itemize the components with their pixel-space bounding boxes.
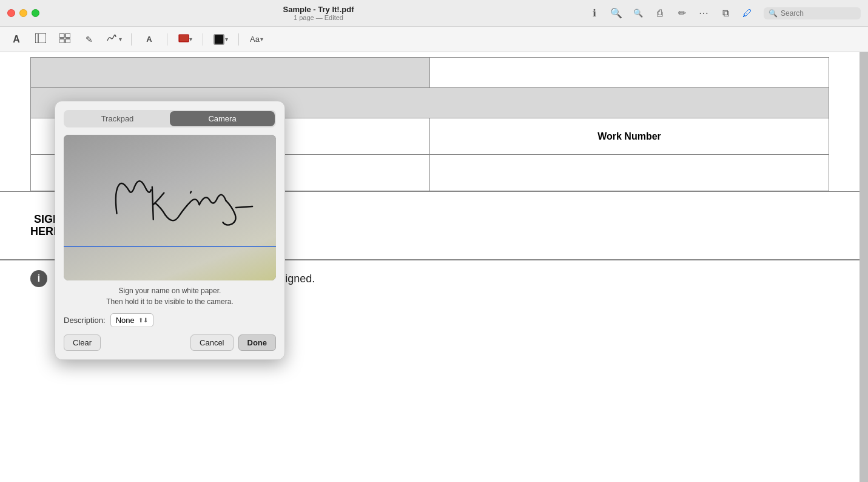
minimize-button[interactable] bbox=[19, 9, 27, 17]
toolbar-sep-4 bbox=[238, 33, 239, 46]
markup-icon[interactable]: 🖊 bbox=[742, 8, 753, 19]
tab-trackpad[interactable]: Trackpad bbox=[65, 111, 170, 126]
search-bar[interactable]: 🔍 bbox=[764, 7, 861, 19]
search-icon: 🔍 bbox=[769, 9, 778, 18]
toolbar-sep-3 bbox=[203, 33, 203, 46]
instruction-line1: Sign your name on white paper. bbox=[64, 285, 276, 296]
more-icon[interactable]: ⋯ bbox=[698, 8, 709, 19]
thumbnail-tool-button[interactable] bbox=[56, 31, 74, 48]
camera-preview-inner bbox=[64, 135, 276, 280]
scrollbar-right[interactable] bbox=[860, 52, 868, 482]
cancel-button[interactable]: Cancel bbox=[190, 334, 233, 351]
toolbar: A ✎ ▾ A ▾ ▾ Aa bbox=[0, 27, 868, 52]
main-area: Work Number SIGN HERE bbox=[0, 52, 868, 482]
signature-tool-button[interactable]: ▾ bbox=[104, 31, 123, 48]
font-arrow: ▾ bbox=[260, 36, 263, 42]
maximize-button[interactable] bbox=[32, 9, 39, 17]
search-input[interactable] bbox=[781, 9, 853, 18]
color-arrow: ▾ bbox=[225, 36, 228, 42]
markup-tool-button[interactable]: ✎ bbox=[80, 31, 98, 48]
rectangle-icon bbox=[178, 34, 189, 44]
color-swatch bbox=[214, 34, 224, 45]
rectangle-tool-arrow: ▾ bbox=[189, 36, 192, 42]
font-label: Aa bbox=[250, 35, 260, 44]
svg-rect-5 bbox=[66, 39, 70, 43]
text-tool-button[interactable]: A bbox=[7, 31, 25, 48]
filename: Sample - Try It!.pdf bbox=[283, 5, 354, 14]
svg-rect-4 bbox=[59, 39, 64, 43]
titlebar: Sample - Try It!.pdf 1 page — Edited ℹ 🔍… bbox=[0, 0, 868, 27]
close-button[interactable] bbox=[7, 9, 15, 17]
popup-buttons: Clear Cancel Done bbox=[64, 334, 276, 351]
popup-tabs: Trackpad Camera bbox=[64, 110, 276, 127]
signature-icon bbox=[105, 33, 118, 45]
svg-rect-3 bbox=[66, 33, 70, 38]
signature-svg bbox=[64, 135, 276, 280]
work-number-label: Work Number bbox=[597, 131, 661, 141]
text-box-tool-button[interactable]: A bbox=[140, 31, 158, 48]
text-box-icon: A bbox=[146, 35, 152, 44]
color-tool-button[interactable]: ▾ bbox=[212, 31, 230, 48]
titlebar-icons: ℹ 🔍 🔍 ⎙ ✏ ⋯ ⧉ 🖊 🔍 bbox=[589, 7, 861, 19]
description-chevron-icon: ⬆⬇ bbox=[138, 317, 148, 324]
signature-tool-arrow: ▾ bbox=[119, 36, 122, 42]
window-icon[interactable]: ⧉ bbox=[720, 8, 731, 19]
camera-preview bbox=[64, 135, 276, 280]
info-icon-circle: i bbox=[30, 270, 47, 287]
zoom-out-icon[interactable]: 🔍 bbox=[611, 8, 622, 19]
zoom-in-icon[interactable]: 🔍 bbox=[633, 8, 644, 19]
signature-popup: Trackpad Camera bbox=[55, 101, 285, 360]
table-cell bbox=[31, 58, 430, 88]
table-cell bbox=[430, 58, 829, 88]
svg-rect-6 bbox=[179, 35, 189, 42]
work-number-cell: Work Number bbox=[430, 118, 829, 155]
svg-rect-2 bbox=[59, 33, 64, 38]
description-label: Description: bbox=[64, 316, 106, 325]
tab-camera[interactable]: Camera bbox=[170, 111, 275, 126]
rectangle-tool-button[interactable]: ▾ bbox=[176, 31, 194, 48]
description-row: Description: None ⬆⬇ bbox=[64, 313, 276, 327]
thumbnail-icon bbox=[59, 33, 70, 45]
text-tool-icon: A bbox=[13, 34, 20, 45]
description-value: None bbox=[116, 316, 135, 325]
camera-instruction: Sign your name on white paper. Then hold… bbox=[64, 285, 276, 307]
file-meta: 1 page — Edited bbox=[294, 14, 343, 21]
table-row bbox=[31, 58, 829, 88]
share-icon[interactable]: ⎙ bbox=[654, 8, 665, 19]
done-button[interactable]: Done bbox=[238, 334, 277, 351]
camera-blue-line bbox=[64, 246, 276, 247]
table-cell bbox=[430, 155, 829, 191]
font-tool-button[interactable]: Aa ▾ bbox=[247, 31, 266, 48]
markup-icon-tb: ✎ bbox=[86, 35, 93, 44]
svg-rect-0 bbox=[35, 33, 46, 43]
toolbar-sep-1 bbox=[131, 33, 132, 46]
sidebar-tool-button[interactable] bbox=[32, 31, 50, 48]
info-icon[interactable]: ℹ bbox=[589, 8, 600, 19]
sidebar-icon bbox=[35, 33, 46, 45]
title-info: Sample - Try It!.pdf 1 page — Edited bbox=[84, 5, 553, 21]
traffic-lights bbox=[7, 9, 39, 17]
description-select[interactable]: None ⬆⬇ bbox=[110, 313, 153, 327]
toolbar-sep-2 bbox=[167, 33, 167, 46]
instruction-line2: Then hold it to be visible to the camera… bbox=[64, 296, 276, 307]
pen-icon[interactable]: ✏ bbox=[676, 8, 687, 19]
clear-button[interactable]: Clear bbox=[64, 334, 101, 351]
